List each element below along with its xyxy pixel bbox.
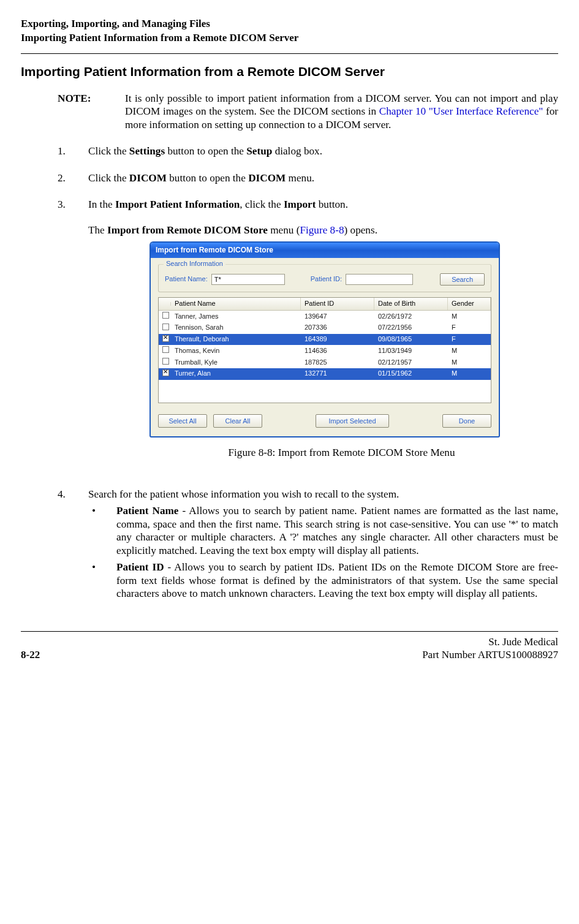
step-3: 3. In the Import Patient Information, cl… — [58, 198, 558, 474]
results-list: Patient Name Patient ID Date of Birth Ge… — [158, 297, 491, 403]
step-2-a: Click the — [88, 172, 129, 184]
step-2: 2. Click the DICOM button to open the DI… — [58, 172, 558, 185]
step-4-num: 4. — [58, 488, 88, 600]
row-checkbox[interactable] — [162, 369, 169, 376]
bullet-1-lead: Patient Name — [116, 505, 178, 517]
cell-date-of-birth: 07/22/1956 — [374, 322, 448, 333]
step-1-e: dialog box. — [272, 145, 322, 157]
footer-part: Part Number ARTUS100088927 — [422, 648, 558, 661]
import-selected-button[interactable]: Import Selected — [316, 414, 389, 428]
col-date-of-birth[interactable]: Date of Birth — [374, 298, 448, 310]
top-rule — [21, 53, 558, 54]
patient-name-input[interactable] — [211, 274, 285, 285]
table-row[interactable]: Thomas, Kevin11463611/03/1949M — [159, 345, 491, 357]
cell-date-of-birth: 09/08/1965 — [374, 334, 448, 345]
done-button[interactable]: Done — [442, 414, 491, 428]
page-footer: 8-22 St. Jude Medical Part Number ARTUS1… — [21, 631, 558, 662]
search-button[interactable]: Search — [440, 273, 485, 286]
cell-gender: M — [448, 357, 491, 368]
patient-id-input[interactable] — [346, 274, 413, 285]
search-information-group: Search Information Patient Name: Patient… — [158, 264, 491, 292]
step-2-body: Click the DICOM button to open the DICOM… — [88, 172, 558, 185]
footer-company: St. Jude Medical — [422, 635, 558, 648]
step-3-a: In the — [88, 199, 115, 210]
bullet-dot: • — [88, 561, 116, 600]
note-link[interactable]: Chapter 10 "User Interface Reference" — [379, 105, 543, 117]
cell-patient-name: Thomas, Kevin — [171, 346, 301, 357]
select-all-button[interactable]: Select All — [158, 414, 207, 428]
results-header: Patient Name Patient ID Date of Birth Ge… — [159, 298, 491, 311]
cell-patient-name: Therault, Deborah — [171, 334, 301, 345]
note-block: NOTE: It is only possible to import pati… — [58, 92, 558, 132]
cell-patient-name: Tanner, James — [171, 311, 301, 322]
section-heading: Importing Patient Information from a Rem… — [21, 64, 558, 80]
step-3-d: Import — [284, 199, 316, 210]
table-row[interactable]: Tanner, James13964702/26/1972M — [159, 311, 491, 322]
step-1-d: Setup — [246, 145, 272, 157]
cell-date-of-birth: 11/03/1949 — [374, 346, 448, 357]
step-2-b: DICOM — [129, 172, 167, 184]
cell-patient-name: Trumball, Kyle — [171, 357, 301, 368]
step-1-b: Settings — [129, 145, 165, 157]
step-3-num: 3. — [58, 198, 88, 474]
step-4-text: Search for the patient whose information… — [88, 488, 558, 501]
bullet-dot: • — [88, 504, 116, 557]
row-checkbox[interactable] — [162, 335, 169, 342]
patient-name-label: Patient Name: — [165, 275, 208, 284]
step-4-body: Search for the patient whose information… — [88, 488, 558, 600]
dicom-import-dialog: Import from Remote DICOM Store Search In… — [149, 241, 500, 437]
col-checkbox — [159, 302, 171, 306]
row-checkbox[interactable] — [162, 312, 169, 319]
step-1-a: Click the — [88, 145, 129, 157]
search-group-legend: Search Information — [164, 260, 225, 268]
page-number: 8-22 — [21, 648, 40, 661]
col-gender[interactable]: Gender — [448, 298, 491, 310]
cell-patient-name: Tennison, Sarah — [171, 322, 301, 333]
step-2-num: 2. — [58, 172, 88, 185]
step-3-p2b: Import from Remote DICOM Store — [107, 224, 268, 236]
clear-all-button[interactable]: Clear All — [213, 414, 262, 428]
row-checkbox[interactable] — [162, 358, 169, 365]
bullet-2-rest: - Allows you to search by patient IDs. P… — [116, 561, 558, 599]
table-row[interactable]: Tennison, Sarah20733607/22/1956F — [159, 322, 491, 334]
table-row[interactable]: Therault, Deborah16438909/08/1965F — [159, 334, 491, 346]
bullet-patient-name: • Patient Name - Allows you to search by… — [88, 504, 558, 557]
cell-patient-id: 114636 — [301, 346, 374, 357]
bullet-patient-id: • Patient ID - Allows you to search by p… — [88, 561, 558, 600]
figure-8-8: Import from Remote DICOM Store Search In… — [149, 241, 558, 437]
cell-gender: M — [448, 311, 491, 322]
step-1: 1. Click the Settings button to open the… — [58, 145, 558, 158]
table-row[interactable]: Turner, Alan13277101/15/1962M — [159, 368, 491, 380]
col-patient-id[interactable]: Patient ID — [301, 298, 374, 310]
cell-patient-id: 164389 — [301, 334, 374, 345]
cell-gender: F — [448, 334, 491, 345]
dialog-titlebar: Import from Remote DICOM Store — [151, 243, 499, 258]
step-3-b: Import Patient Information — [115, 199, 240, 210]
figure-ref-link[interactable]: Figure 8-8 — [300, 224, 344, 236]
bullet-2-lead: Patient ID — [116, 561, 164, 573]
cell-patient-id: 139647 — [301, 311, 374, 322]
row-checkbox[interactable] — [162, 346, 169, 353]
bullet-1-rest: - Allows you to search by patient name. … — [116, 505, 558, 556]
cell-patient-id: 207336 — [301, 322, 374, 333]
running-head-2: Importing Patient Information from a Rem… — [21, 31, 558, 44]
dialog-button-row: Select All Clear All Import Selected Don… — [158, 414, 491, 428]
note-body: It is only possible to import patient in… — [125, 92, 558, 132]
running-head-1: Exporting, Importing, and Managing Files — [21, 17, 558, 30]
figure-caption: Figure 8-8: Import from Remote DICOM Sto… — [125, 446, 558, 460]
cell-gender: F — [448, 322, 491, 333]
step-3-p2c: menu ( — [268, 224, 300, 236]
table-row[interactable]: Trumball, Kyle18782502/12/1957M — [159, 357, 491, 368]
cell-date-of-birth: 01/15/1962 — [374, 368, 448, 379]
steps-list: 1. Click the Settings button to open the… — [58, 145, 558, 600]
step-1-num: 1. — [58, 145, 88, 158]
note-label: NOTE: — [58, 92, 125, 132]
row-checkbox[interactable] — [162, 324, 169, 330]
col-patient-name[interactable]: Patient Name — [171, 298, 301, 310]
step-3-e: button. — [316, 199, 348, 210]
step-2-d: DICOM — [248, 172, 286, 184]
step-3-c: , click the — [240, 199, 284, 210]
cell-patient-name: Turner, Alan — [171, 368, 301, 379]
cell-date-of-birth: 02/26/1972 — [374, 311, 448, 322]
results-body: Tanner, James13964702/26/1972MTennison, … — [159, 311, 491, 403]
